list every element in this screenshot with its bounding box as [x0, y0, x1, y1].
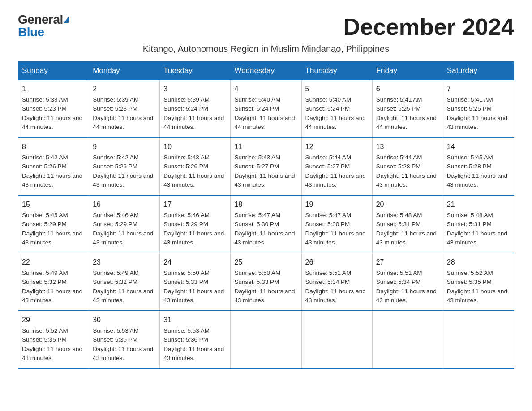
page-title: December 2024	[343, 13, 514, 40]
header-sunday: Sunday	[18, 62, 89, 80]
calendar-cell: 5Sunrise: 5:40 AMSunset: 5:24 PMDaylight…	[301, 80, 372, 138]
day-number: 6	[376, 84, 439, 94]
calendar-cell: 4Sunrise: 5:40 AMSunset: 5:24 PMDaylight…	[231, 80, 301, 138]
day-number: 16	[93, 199, 156, 210]
calendar-cell: 20Sunrise: 5:48 AMSunset: 5:31 PMDayligh…	[372, 195, 443, 253]
day-number: 10	[163, 141, 227, 152]
calendar-cell: 23Sunrise: 5:49 AMSunset: 5:32 PMDayligh…	[89, 253, 160, 311]
calendar-cell: 11Sunrise: 5:43 AMSunset: 5:27 PMDayligh…	[231, 137, 301, 195]
day-number: 21	[447, 199, 510, 210]
day-number: 12	[305, 141, 369, 152]
day-number: 14	[447, 141, 510, 152]
day-info: Sunrise: 5:53 AMSunset: 5:36 PMDaylight:…	[93, 327, 153, 361]
calendar-cell: 7Sunrise: 5:41 AMSunset: 5:25 PMDaylight…	[443, 80, 514, 138]
day-number: 31	[163, 315, 227, 325]
day-number: 20	[376, 199, 439, 210]
subtitle: Kitango, Autonomous Region in Muslim Min…	[18, 44, 514, 54]
calendar-cell: 18Sunrise: 5:47 AMSunset: 5:30 PMDayligh…	[231, 195, 301, 253]
week-row-4: 22Sunrise: 5:49 AMSunset: 5:32 PMDayligh…	[18, 253, 514, 311]
day-info: Sunrise: 5:53 AMSunset: 5:36 PMDaylight:…	[163, 327, 224, 361]
calendar-cell: 16Sunrise: 5:46 AMSunset: 5:29 PMDayligh…	[89, 195, 160, 253]
day-info: Sunrise: 5:50 AMSunset: 5:33 PMDaylight:…	[234, 270, 295, 304]
header-monday: Monday	[89, 62, 160, 80]
day-info: Sunrise: 5:45 AMSunset: 5:29 PMDaylight:…	[22, 212, 82, 246]
day-number: 3	[163, 84, 227, 94]
day-number: 1	[22, 84, 85, 94]
week-row-5: 29Sunrise: 5:52 AMSunset: 5:35 PMDayligh…	[18, 311, 514, 368]
day-number: 4	[234, 84, 297, 94]
calendar-cell: 28Sunrise: 5:52 AMSunset: 5:35 PMDayligh…	[443, 253, 514, 311]
calendar-cell: 25Sunrise: 5:50 AMSunset: 5:33 PMDayligh…	[231, 253, 301, 311]
logo-triangle-icon	[64, 17, 69, 23]
day-number: 23	[93, 257, 156, 268]
calendar-cell	[372, 311, 443, 368]
day-number: 19	[305, 199, 369, 210]
day-number: 26	[305, 257, 369, 268]
calendar-cell: 9Sunrise: 5:42 AMSunset: 5:26 PMDaylight…	[89, 137, 160, 195]
day-info: Sunrise: 5:43 AMSunset: 5:26 PMDaylight:…	[163, 154, 224, 188]
day-info: Sunrise: 5:51 AMSunset: 5:34 PMDaylight:…	[376, 270, 437, 304]
day-number: 22	[22, 257, 85, 268]
calendar-header-row: SundayMondayTuesdayWednesdayThursdayFrid…	[18, 62, 514, 80]
calendar-cell: 21Sunrise: 5:48 AMSunset: 5:31 PMDayligh…	[443, 195, 514, 253]
calendar-cell: 12Sunrise: 5:44 AMSunset: 5:27 PMDayligh…	[301, 137, 372, 195]
calendar-cell: 15Sunrise: 5:45 AMSunset: 5:29 PMDayligh…	[18, 195, 89, 253]
day-info: Sunrise: 5:40 AMSunset: 5:24 PMDaylight:…	[234, 96, 295, 130]
day-info: Sunrise: 5:41 AMSunset: 5:25 PMDaylight:…	[447, 96, 507, 130]
week-row-1: 1Sunrise: 5:38 AMSunset: 5:23 PMDaylight…	[18, 80, 514, 138]
calendar-cell: 26Sunrise: 5:51 AMSunset: 5:34 PMDayligh…	[301, 253, 372, 311]
day-info: Sunrise: 5:44 AMSunset: 5:27 PMDaylight:…	[305, 154, 366, 188]
day-info: Sunrise: 5:42 AMSunset: 5:26 PMDaylight:…	[22, 154, 82, 188]
header-friday: Friday	[372, 62, 443, 80]
day-number: 7	[447, 84, 510, 94]
day-number: 24	[163, 257, 227, 268]
day-number: 17	[163, 199, 227, 210]
header-thursday: Thursday	[301, 62, 372, 80]
day-info: Sunrise: 5:38 AMSunset: 5:23 PMDaylight:…	[22, 96, 82, 130]
calendar-cell: 17Sunrise: 5:46 AMSunset: 5:29 PMDayligh…	[160, 195, 231, 253]
day-number: 13	[376, 141, 439, 152]
calendar-cell	[443, 311, 514, 368]
header-saturday: Saturday	[443, 62, 514, 80]
day-number: 5	[305, 84, 369, 94]
day-info: Sunrise: 5:39 AMSunset: 5:24 PMDaylight:…	[163, 96, 224, 130]
day-info: Sunrise: 5:42 AMSunset: 5:26 PMDaylight:…	[93, 154, 153, 188]
day-number: 18	[234, 199, 297, 210]
header: General Blue December 2024	[18, 13, 514, 40]
day-info: Sunrise: 5:48 AMSunset: 5:31 PMDaylight:…	[376, 212, 437, 246]
logo-general-text: General	[18, 13, 63, 26]
day-info: Sunrise: 5:47 AMSunset: 5:30 PMDaylight:…	[234, 212, 295, 246]
day-info: Sunrise: 5:49 AMSunset: 5:32 PMDaylight:…	[22, 270, 82, 304]
day-info: Sunrise: 5:52 AMSunset: 5:35 PMDaylight:…	[447, 270, 507, 304]
week-row-2: 8Sunrise: 5:42 AMSunset: 5:26 PMDaylight…	[18, 137, 514, 195]
calendar-cell: 29Sunrise: 5:52 AMSunset: 5:35 PMDayligh…	[18, 311, 89, 368]
day-info: Sunrise: 5:51 AMSunset: 5:34 PMDaylight:…	[305, 270, 366, 304]
header-tuesday: Tuesday	[160, 62, 231, 80]
calendar-cell: 22Sunrise: 5:49 AMSunset: 5:32 PMDayligh…	[18, 253, 89, 311]
header-wednesday: Wednesday	[231, 62, 301, 80]
day-number: 29	[22, 315, 85, 325]
day-number: 28	[447, 257, 510, 268]
day-info: Sunrise: 5:44 AMSunset: 5:28 PMDaylight:…	[376, 154, 437, 188]
day-number: 27	[376, 257, 439, 268]
day-number: 25	[234, 257, 297, 268]
calendar-cell: 31Sunrise: 5:53 AMSunset: 5:36 PMDayligh…	[160, 311, 231, 368]
calendar-cell: 6Sunrise: 5:41 AMSunset: 5:25 PMDaylight…	[372, 80, 443, 138]
day-number: 2	[93, 84, 156, 94]
day-info: Sunrise: 5:48 AMSunset: 5:31 PMDaylight:…	[447, 212, 507, 246]
day-number: 8	[22, 141, 85, 152]
calendar-cell: 1Sunrise: 5:38 AMSunset: 5:23 PMDaylight…	[18, 80, 89, 138]
day-number: 15	[22, 199, 85, 210]
calendar-cell: 14Sunrise: 5:45 AMSunset: 5:28 PMDayligh…	[443, 137, 514, 195]
day-info: Sunrise: 5:41 AMSunset: 5:25 PMDaylight:…	[376, 96, 437, 130]
day-info: Sunrise: 5:46 AMSunset: 5:29 PMDaylight:…	[163, 212, 224, 246]
calendar-cell: 2Sunrise: 5:39 AMSunset: 5:23 PMDaylight…	[89, 80, 160, 138]
day-number: 9	[93, 141, 156, 152]
calendar-cell: 19Sunrise: 5:47 AMSunset: 5:30 PMDayligh…	[301, 195, 372, 253]
calendar-cell: 3Sunrise: 5:39 AMSunset: 5:24 PMDaylight…	[160, 80, 231, 138]
calendar-table: SundayMondayTuesdayWednesdayThursdayFrid…	[18, 61, 514, 369]
day-info: Sunrise: 5:52 AMSunset: 5:35 PMDaylight:…	[22, 327, 82, 361]
day-number: 11	[234, 141, 297, 152]
day-number: 30	[93, 315, 156, 325]
calendar-cell	[231, 311, 301, 368]
